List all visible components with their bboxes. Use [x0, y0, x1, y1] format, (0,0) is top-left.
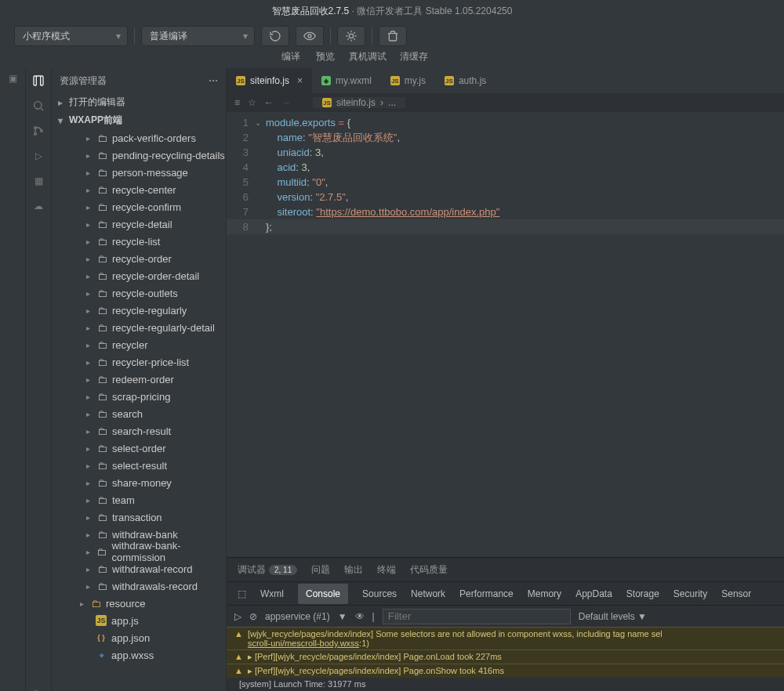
dt-console[interactable]: Console — [298, 584, 348, 604]
dt-performance[interactable]: Performance — [459, 584, 514, 604]
dt-appdata[interactable]: AppData — [575, 584, 612, 604]
folder-search[interactable]: ▸🗀search — [52, 405, 226, 422]
window-controls: ▣ — [0, 68, 26, 691]
collapse-icon[interactable]: ⇤ — [31, 684, 46, 691]
explorer-icon[interactable] — [31, 73, 46, 89]
folder-recycle-confirm[interactable]: ▸🗀recycle-confirm — [52, 198, 226, 215]
preview-button[interactable] — [296, 26, 324, 46]
dt-sensor[interactable]: Sensor — [721, 584, 751, 604]
project-section[interactable]: ▾WXAPP前端 — [52, 111, 226, 129]
tab-debugger[interactable]: 调试器2, 11 — [238, 563, 297, 577]
inspect-icon[interactable]: ⬚ — [238, 588, 246, 599]
folder-person-message[interactable]: ▸🗀person-message — [52, 164, 226, 181]
extensions-icon[interactable]: ▦ — [31, 173, 46, 189]
cloud-icon[interactable]: ☁ — [31, 198, 46, 214]
git-icon[interactable] — [31, 123, 46, 139]
console-row: ▲▸ [Perf][wjyk_recycle/pages/index/index… — [227, 664, 784, 678]
console-scope[interactable]: appservice (#1) — [265, 611, 330, 622]
remote-debug-button[interactable] — [337, 26, 365, 46]
code-editor[interactable]: 12345678 ⌄ module.exports = { name: "智慧废… — [227, 112, 784, 557]
folder-recycle-regularly-detail[interactable]: ▸🗀recycle-regularly-detail — [52, 319, 226, 336]
svg-point-4 — [34, 133, 37, 136]
folder-withdrawals-record[interactable]: ▸🗀withdrawals-record — [52, 577, 226, 595]
folder-recycler-price-list[interactable]: ▸🗀recycler-price-list — [52, 353, 226, 371]
tab-issues[interactable]: 问题 — [311, 563, 330, 577]
folder-pending-recycling-details[interactable]: ▸🗀pending-recycling-details — [52, 147, 226, 164]
file-appwxss[interactable]: ⟐app.wxss — [52, 646, 226, 664]
svg-point-2 — [34, 102, 42, 109]
folder-redeem-order[interactable]: ▸🗀redeem-order — [52, 371, 226, 388]
clear-cache-button[interactable] — [379, 26, 407, 46]
tab-my.wxml[interactable]: ◈my.wxml — [312, 68, 381, 93]
console-row: ▲▸ [Perf][wjyk_recycle/pages/index/index… — [227, 649, 784, 664]
top-toolbar: 小程序模式 普通编译 — [0, 22, 784, 50]
breadcrumb-file[interactable]: siteinfo.js — [336, 97, 376, 108]
folder-resource[interactable]: ▸🗀resource — [52, 595, 226, 612]
dt-sources[interactable]: Sources — [362, 584, 397, 604]
folder-transaction[interactable]: ▸🗀transaction — [52, 508, 226, 526]
app-title: 智慧废品回收2.7.5 — [272, 5, 350, 18]
eye-icon[interactable]: 👁 — [355, 611, 365, 622]
svg-point-3 — [34, 127, 37, 129]
folder-withdraw-bank-commission[interactable]: ▸🗀withdraw-bank-commission — [52, 543, 226, 560]
run-icon[interactable]: ▷ — [31, 148, 46, 164]
dt-network[interactable]: Network — [411, 584, 445, 604]
editor-tabs: JSsiteinfo.js×◈my.wxmlJSmy.jsJSauth.js — [227, 68, 784, 93]
folder-recycle-order[interactable]: ▸🗀recycle-order — [52, 250, 226, 267]
nav-fwd-icon[interactable]: → — [281, 97, 291, 108]
file-appjs[interactable]: JSapp.js — [52, 612, 226, 629]
title-bar: 智慧废品回收2.7.5 · 微信开发者工具 Stable 1.05.220425… — [0, 0, 784, 22]
explorer-title: 资源管理器 — [60, 74, 107, 88]
tab-terminal[interactable]: 终端 — [377, 563, 396, 577]
tab-quality[interactable]: 代码质量 — [410, 563, 448, 577]
search-icon[interactable] — [31, 98, 46, 114]
file-appjson[interactable]: { }app.json — [52, 629, 226, 646]
folder-select-order[interactable]: ▸🗀select-order — [52, 440, 226, 457]
folder-recycle-outlets[interactable]: ▸🗀recycle-outlets — [52, 284, 226, 302]
folder-team[interactable]: ▸🗀team — [52, 491, 226, 508]
explorer-sidebar: 资源管理器 ⋯ ▸打开的编辑器 ▾WXAPP前端 ▸🗀pack-verific-… — [52, 68, 227, 691]
tab-output[interactable]: 输出 — [344, 563, 363, 577]
dt-wxml[interactable]: Wxml — [260, 584, 284, 604]
folder-share-money[interactable]: ▸🗀share-money — [52, 474, 226, 491]
tab-auth.js[interactable]: JSauth.js — [435, 68, 495, 93]
open-editors-section[interactable]: ▸打开的编辑器 — [52, 93, 226, 111]
more-icon[interactable]: ⋯ — [209, 75, 218, 86]
bookmark-icon[interactable]: ☆ — [248, 97, 256, 108]
folder-scrap-pricing[interactable]: ▸🗀scrap-pricing — [52, 388, 226, 405]
devtools-tabs: ⬚ Wxml Console Sources Network Performan… — [227, 581, 784, 605]
folder-recycle-center[interactable]: ▸🗀recycle-center — [52, 181, 226, 198]
dt-memory[interactable]: Memory — [528, 584, 561, 604]
console-row: ▲[wjyk_recycle/pages/index/index] Some s… — [227, 627, 784, 649]
compile-button[interactable] — [261, 26, 289, 46]
mode-dropdown[interactable]: 小程序模式 — [14, 26, 128, 46]
console-output[interactable]: ▲[wjyk_recycle/pages/index/index] Some s… — [227, 627, 784, 691]
nav-back-icon[interactable]: ← — [264, 97, 274, 108]
svg-point-0 — [308, 34, 311, 38]
tab-my.js[interactable]: JSmy.js — [381, 68, 435, 93]
bottom-panel: 调试器2, 11 问题 输出 终端 代码质量 ⬚ Wxml Console So… — [227, 557, 784, 691]
dt-storage[interactable]: Storage — [626, 584, 659, 604]
console-clear-icon[interactable]: ⊘ — [249, 611, 257, 622]
compile-dropdown[interactable]: 普通编译 — [141, 26, 255, 46]
tool-title: 微信开发者工具 Stable 1.05.2204250 — [357, 5, 512, 18]
folder-pack-verific-orders[interactable]: ▸🗀pack-verific-orders — [52, 129, 226, 147]
console-play-icon[interactable]: ▷ — [234, 611, 241, 622]
layout-icon[interactable]: ▣ — [9, 73, 17, 84]
console-filter-input[interactable] — [383, 609, 571, 624]
folder-recycle-regularly[interactable]: ▸🗀recycle-regularly — [52, 302, 226, 319]
folder-recycle-list[interactable]: ▸🗀recycle-list — [52, 233, 226, 250]
folder-recycle-order-detail[interactable]: ▸🗀recycle-order-detail — [52, 267, 226, 284]
console-row: [system] Launch Time: 31977 ms — [227, 678, 784, 690]
folder-recycle-detail[interactable]: ▸🗀recycle-detail — [52, 215, 226, 233]
console-levels[interactable]: Default levels ▼ — [579, 611, 647, 622]
toolbar-labels: 编译 预览 真机调试 清缓存 — [0, 50, 784, 68]
dt-security[interactable]: Security — [673, 584, 707, 604]
folder-search-result[interactable]: ▸🗀search-result — [52, 422, 226, 440]
outline-icon[interactable]: ≡ — [234, 97, 240, 108]
activity-bar: ▷ ▦ ☁ ⇤ — [26, 68, 52, 691]
folder-recycler[interactable]: ▸🗀recycler — [52, 336, 226, 353]
svg-point-1 — [349, 34, 353, 38]
tab-siteinfo.js[interactable]: JSsiteinfo.js× — [227, 68, 312, 93]
folder-select-result[interactable]: ▸🗀select-result — [52, 457, 226, 474]
